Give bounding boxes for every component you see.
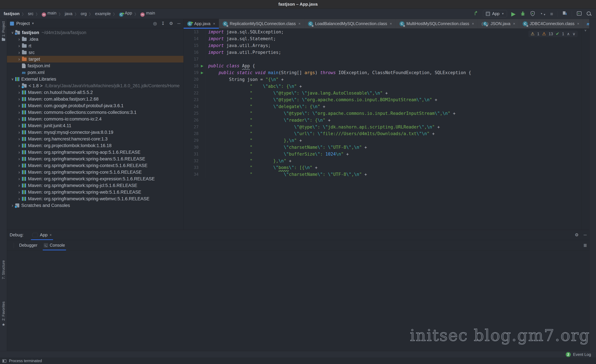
editor-tab-replicationmysqlconnection-class[interactable]: CReplicationMySQLConnection.class× <box>219 19 304 29</box>
code-line-28[interactable]: 28 " \"url\": \"file:///Users/d4m1ts/Dow… <box>184 130 581 137</box>
code-line-14[interactable]: 14import java.sql.Statement; <box>184 35 581 42</box>
settings-gear-icon[interactable]: ⚙ <box>575 232 579 238</box>
tree-item[interactable]: ›Maven: org.projectlombok:lombok:1.16.18 <box>7 142 183 149</box>
close-icon[interactable]: × <box>513 22 515 26</box>
coverage-button[interactable] <box>530 11 535 17</box>
tree-item[interactable]: ›Maven: org.springframework:spring-expre… <box>7 175 183 182</box>
tree-item[interactable]: ›Maven: mysql:mysql-connector-java:8.0.1… <box>7 129 183 136</box>
tree-chevron-icon[interactable]: › <box>16 57 22 62</box>
collapse-all-icon[interactable]: ↧ <box>161 21 165 26</box>
stop-button[interactable]: ■ <box>550 11 553 16</box>
restore-window-icon[interactable] <box>2 359 6 363</box>
search-icon[interactable] <box>586 11 592 16</box>
toolwindow-button-project[interactable]: 1: Project <box>0 21 7 41</box>
project-panel-title[interactable]: Project <box>16 21 30 26</box>
tree-chevron-icon[interactable]: › <box>16 116 22 122</box>
tree-chevron-icon[interactable]: › <box>16 130 22 135</box>
editor-tab-jdbc4connection-class[interactable]: CJDBC4Connection.class× <box>519 19 583 29</box>
tree-chevron-icon[interactable]: › <box>16 196 22 201</box>
profiler-button[interactable]: ◔ ▼ <box>540 11 546 16</box>
tree-item[interactable]: ›Maven: commons-io:commons-io:2.4 <box>7 116 183 122</box>
hide-icon[interactable]: ─ <box>178 21 180 26</box>
tree-item[interactable]: ›Maven: org.springframework:spring-web:5… <box>7 189 183 196</box>
tree-chevron-icon[interactable]: › <box>16 156 22 161</box>
run-gutter-icon[interactable]: ▶ <box>199 69 206 76</box>
code-line-27[interactable]: 27 " \"@type\": \"jdk.nashorn.api.script… <box>184 124 581 130</box>
tree-item[interactable]: ›Maven: com.alibaba:fastjson:1.2.68 <box>7 96 183 102</box>
split-editor-icon[interactable] <box>562 11 567 17</box>
locate-icon[interactable]: ◎ <box>153 21 157 26</box>
code-line-32[interactable]: 32 " },\n" + <box>184 157 581 164</box>
breadcrumb-item-java[interactable]: java <box>65 11 72 16</box>
tree-item[interactable]: ›Maven: cn.hutool:hutool-all:5.5.2 <box>7 89 183 96</box>
tree-chevron-icon[interactable]: › <box>16 143 22 148</box>
code-line-22[interactable]: 22 " \"@type\": \"java.lang.AutoCloseabl… <box>184 90 581 96</box>
tab-debugger[interactable]: Debugger <box>18 240 38 250</box>
run-configuration-select[interactable]: App▼ <box>483 10 507 17</box>
tree-item[interactable]: ∨fastjson~/d4m1ts/java/fastjson <box>7 29 183 36</box>
tree-chevron-icon[interactable]: › <box>16 176 22 182</box>
code-line-23[interactable]: 23 " \"@type\": \"org.apache.commons.io.… <box>184 96 581 103</box>
tree-chevron-icon[interactable]: › <box>16 43 22 49</box>
breadcrumb-item-src[interactable]: src <box>28 11 33 16</box>
code-line-17[interactable]: 17 <box>184 56 581 63</box>
tree-item[interactable]: ›Maven: org.hamcrest:hamcrest-core:1.3 <box>7 136 183 142</box>
tree-chevron-icon[interactable]: ∨ <box>10 31 15 35</box>
tree-chevron-icon[interactable]: › <box>16 136 22 142</box>
code-line-29[interactable]: 29 " },\n" + <box>184 137 581 144</box>
tree-chevron-icon[interactable]: ∨ <box>10 77 15 81</box>
tree-chevron-icon[interactable]: › <box>16 110 22 115</box>
close-icon[interactable]: × <box>390 22 392 26</box>
breadcrumb-item-example[interactable]: example <box>95 11 111 16</box>
tree-item[interactable]: ›Maven: org.springframework:spring-core:… <box>7 169 183 175</box>
run-gutter-icon[interactable]: ▶ <box>199 63 206 69</box>
event-log-widget[interactable]: 2 Event Log <box>566 352 591 357</box>
tree-item[interactable]: ›Maven: org.springframework:spring-jcl:5… <box>7 182 183 189</box>
breadcrumb-item-fastjson[interactable]: fastjson <box>4 11 20 16</box>
code-line-25[interactable]: 25 " \"@type\": \"org.apache.commons.io.… <box>184 110 581 117</box>
tree-item[interactable]: ›Maven: org.springframework:spring-beans… <box>7 156 183 162</box>
close-icon[interactable]: × <box>298 22 301 26</box>
tree-chevron-icon[interactable]: › <box>16 183 22 188</box>
debug-button[interactable] <box>520 11 526 17</box>
tree-item[interactable]: ›target <box>7 56 183 63</box>
code-line-24[interactable]: 24 " \"delegate\": {\n" + <box>184 103 581 110</box>
tree-item[interactable]: ›Maven: com.google.protobuf:protobuf-jav… <box>7 102 183 109</box>
editor-tab-app-java[interactable]: CApp.java× <box>184 19 219 29</box>
close-icon[interactable]: × <box>472 22 474 26</box>
tree-item[interactable]: ›< 1.8 >/Library/Java/JavaVirtualMachine… <box>7 82 183 89</box>
code-line-18[interactable]: 18▶public class App { <box>184 63 581 69</box>
editor-tab-multihostmysqlconnection-class[interactable]: CMultiHostMySQLConnection.class× <box>396 19 478 29</box>
code-line-31[interactable]: 31 " \"bufferSize\": 1024\n" + <box>184 151 581 157</box>
breadcrumb-item-main[interactable]: mmain <box>140 11 155 17</box>
breadcrumb-item-org[interactable]: org <box>81 11 87 16</box>
console-options-icon[interactable]: ≣ <box>583 243 587 248</box>
tree-chevron-icon[interactable]: › <box>16 83 22 88</box>
tree-item[interactable]: ›src <box>7 49 183 56</box>
tree-item[interactable]: ›Scratches and Consoles <box>7 202 183 209</box>
tree-item[interactable]: fastjson.iml <box>7 63 183 69</box>
tree-item[interactable]: mpom.xml <box>7 69 183 76</box>
editor-tab-loadbalancedmysqlconnection-class[interactable]: CLoadBalancedMySQLConnection.class× <box>304 19 396 29</box>
run-button[interactable]: ▶ <box>511 11 516 17</box>
toolwindow-button-structure[interactable]: 7: Structure <box>0 260 7 279</box>
tab-console[interactable]: ›_ Console <box>43 240 66 250</box>
tree-chevron-icon[interactable]: › <box>16 103 22 108</box>
chevron-down-icon[interactable]: ▼ <box>31 22 34 25</box>
tree-item[interactable]: ›.idea <box>7 36 183 43</box>
tree-item[interactable]: ›Maven: org.springframework:spring-conte… <box>7 162 183 169</box>
settings-icon[interactable]: ⚙ <box>169 21 173 26</box>
tree-chevron-icon[interactable]: › <box>16 169 22 175</box>
run-anything-icon[interactable] <box>576 11 582 17</box>
toolwindow-button-favorites[interactable]: 2: Favorites ★ <box>0 301 7 327</box>
close-icon[interactable]: × <box>577 22 579 26</box>
breadcrumb-item-main[interactable]: mmain <box>42 11 56 17</box>
debug-session-tab[interactable]: App × <box>31 230 53 240</box>
code-line-16[interactable]: 16import java.util.Properties; <box>184 49 581 56</box>
tree-chevron-icon[interactable]: › <box>16 36 22 42</box>
code-line-34[interactable]: 34 " \"charsetName\": \"UTF-8\",\n" + <box>184 171 581 178</box>
tree-chevron-icon[interactable]: › <box>16 163 22 168</box>
breadcrumb[interactable]: fastjson〉src〉mmain〉java〉org〉example〉CApp… <box>4 11 155 17</box>
tree-item[interactable]: ›Maven: org.springframework:spring-aop:5… <box>7 149 183 156</box>
error-stripe[interactable]: ˅ <box>581 29 589 230</box>
